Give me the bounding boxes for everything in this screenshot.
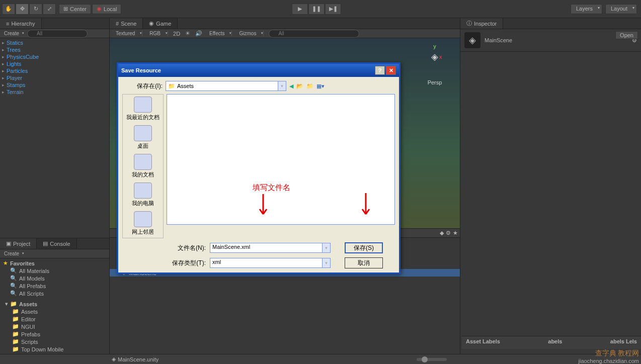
space-toggle[interactable]: ◉ Local bbox=[92, 4, 121, 14]
search-icon: 🔍 bbox=[10, 290, 17, 297]
view-icon[interactable]: ▦▾ bbox=[316, 83, 325, 89]
tab-hierarchy[interactable]: ≡ Hierarchy bbox=[0, 18, 42, 29]
shading-dropdown[interactable]: Textured bbox=[114, 31, 142, 36]
persp-label: Persp bbox=[428, 79, 442, 85]
scene-icon: # bbox=[116, 21, 119, 27]
effects-dropdown[interactable]: Effects bbox=[207, 31, 232, 36]
tab-game[interactable]: ◉ Game bbox=[143, 18, 178, 29]
hierarchy-item[interactable]: Statics bbox=[0, 39, 109, 46]
save-button[interactable]: 保存(S) bbox=[345, 242, 383, 253]
recent-docs[interactable]: 我最近的文档 bbox=[126, 97, 159, 121]
unity-cube-icon: ◈ bbox=[464, 32, 480, 48]
rotate-tool[interactable]: ↻ bbox=[29, 4, 42, 15]
folder-item[interactable]: 📁Prefabs bbox=[0, 330, 109, 338]
hierarchy-create-dropdown[interactable]: Create bbox=[2, 31, 24, 36]
up-icon[interactable]: 📂 bbox=[296, 83, 303, 89]
hierarchy-item[interactable]: Lights bbox=[0, 60, 109, 67]
network[interactable]: 网上邻居 bbox=[132, 211, 154, 236]
favorite-item[interactable]: 🔍All Models bbox=[0, 275, 109, 282]
desktop[interactable]: 桌面 bbox=[134, 125, 152, 150]
my-computer[interactable]: 我的电脑 bbox=[132, 183, 154, 207]
favorite-item[interactable]: 🔍All Scripts bbox=[0, 290, 109, 297]
project-create-dropdown[interactable]: Create bbox=[2, 251, 24, 256]
folder-icon: 📁 bbox=[12, 323, 19, 330]
hierarchy-item[interactable]: Stamps bbox=[0, 81, 109, 88]
folder-item[interactable]: 📁Scripts bbox=[0, 338, 109, 345]
save-dialog: Save Resource ? ✕ 保存在(I): 📁 Assets ▼ ◀ 📂… bbox=[117, 62, 400, 274]
hand-tool[interactable]: ✋ bbox=[2, 4, 15, 15]
folder-icon: 📁 bbox=[168, 83, 175, 89]
folder-item[interactable]: 📁NGUI bbox=[0, 323, 109, 330]
project-tree: ★ Favorites 🔍All Materials 🔍All Models 🔍… bbox=[0, 258, 109, 354]
open-button[interactable]: Open bbox=[615, 31, 638, 39]
orientation-gizmo[interactable]: y ◈x Persp bbox=[420, 43, 450, 88]
zoom-slider[interactable] bbox=[417, 358, 447, 361]
hierarchy-search[interactable] bbox=[27, 30, 88, 38]
tab-console[interactable]: ▤ Console bbox=[37, 238, 76, 249]
hierarchy-list: Statics Trees PhysicsCube Lights Particl… bbox=[0, 38, 109, 238]
pivot-toggle[interactable]: ⊞ Center bbox=[59, 4, 91, 14]
folder-item[interactable]: 📁Top Down Mobile bbox=[0, 345, 109, 353]
favorite-item[interactable]: 🔍All Materials bbox=[0, 267, 109, 275]
arrow-annotation-icon bbox=[256, 194, 271, 222]
save-in-label: 保存在(I): bbox=[122, 82, 163, 90]
favorite-item[interactable]: 🔍All Prefabs bbox=[0, 282, 109, 290]
toolbar-icon[interactable]: ⚙ bbox=[446, 230, 451, 236]
status-asset: MainScene.unity bbox=[118, 356, 158, 362]
scale-tool[interactable]: ⤢ bbox=[43, 4, 56, 15]
folder-icon: 📁 bbox=[12, 338, 19, 345]
asset-labels-bar: Asset Labels abels abels Lels bbox=[462, 336, 641, 349]
folder-icon: 📁 bbox=[10, 301, 17, 307]
center-icon: ⊞ bbox=[63, 6, 68, 12]
pause-button[interactable]: ❚❚ bbox=[308, 4, 325, 15]
hierarchy-item[interactable]: Particles bbox=[0, 67, 109, 74]
toolbar-icon[interactable]: ★ bbox=[453, 230, 458, 236]
2d-toggle[interactable]: 2D bbox=[173, 31, 180, 37]
favorites-header[interactable]: ★ Favorites bbox=[0, 259, 109, 267]
filename-label: 文件名(N): bbox=[168, 244, 206, 252]
hierarchy-item[interactable]: PhysicsCube bbox=[0, 53, 109, 60]
tab-scene[interactable]: # Scene bbox=[110, 18, 143, 29]
filename-input[interactable]: MainScene.xml ▼ bbox=[210, 243, 331, 253]
project-icon: ▣ bbox=[6, 240, 11, 247]
folder-item[interactable]: 📁Editor bbox=[0, 315, 109, 323]
light-icon[interactable]: ☀ bbox=[185, 30, 190, 37]
toolbar-icon[interactable]: ◆ bbox=[440, 230, 444, 236]
back-icon[interactable]: ◀ bbox=[289, 83, 293, 89]
layers-dropdown[interactable]: Layers bbox=[571, 4, 602, 14]
folder-icon: 📁 bbox=[12, 331, 19, 337]
gizmos-dropdown[interactable]: Gizmos bbox=[237, 31, 264, 36]
play-button[interactable]: ▶ bbox=[292, 4, 308, 15]
search-icon: 🔍 bbox=[10, 283, 17, 289]
layout-dropdown[interactable]: Layout bbox=[605, 4, 637, 14]
assets-folder[interactable]: ▾ 📁 Assets bbox=[0, 300, 109, 308]
tab-project[interactable]: ▣ Project bbox=[0, 238, 37, 249]
hierarchy-item[interactable]: Player bbox=[0, 74, 109, 81]
tab-inspector[interactable]: ⓘ Inspector bbox=[460, 18, 503, 29]
close-button[interactable]: ✕ bbox=[386, 66, 396, 75]
dialog-titlebar[interactable]: Save Resource ? ✕ bbox=[118, 64, 399, 77]
filetype-combo[interactable]: xml ▼ bbox=[210, 258, 331, 268]
arrow-annotation-icon bbox=[358, 193, 373, 222]
chevron-down-icon: ▼ bbox=[278, 81, 286, 90]
annotation-text: 填写文件名 bbox=[253, 183, 290, 193]
folder-item[interactable]: 📁Assets bbox=[0, 308, 109, 315]
main-toolbar: ✋ ✥ ↻ ⤢ ⊞ Center ◉ Local ▶ ❚❚ ▶❚ Layers … bbox=[0, 0, 641, 18]
newfolder-icon[interactable]: 📁 bbox=[306, 83, 313, 89]
scene-search[interactable] bbox=[269, 30, 359, 38]
folder-icon: 📁 bbox=[12, 316, 19, 322]
cancel-button[interactable]: 取消 bbox=[345, 257, 383, 268]
hierarchy-item[interactable]: Trees bbox=[0, 46, 109, 53]
rgb-dropdown[interactable]: RGB bbox=[147, 31, 168, 36]
step-button[interactable]: ▶❚ bbox=[325, 4, 341, 15]
my-documents[interactable]: 我的文档 bbox=[132, 154, 154, 178]
location-combo[interactable]: 📁 Assets ▼ bbox=[166, 81, 286, 91]
audio-icon[interactable]: 🔊 bbox=[195, 30, 202, 37]
folder-icon: 📁 bbox=[12, 346, 19, 352]
status-bar: ◈ MainScene.unity bbox=[0, 354, 641, 364]
help-button[interactable]: ? bbox=[375, 66, 385, 75]
hierarchy-item[interactable]: Terrain bbox=[0, 88, 109, 96]
chevron-down-icon: ▾ bbox=[5, 301, 8, 307]
file-list-area[interactable]: 填写文件名 bbox=[167, 94, 395, 225]
move-tool[interactable]: ✥ bbox=[16, 4, 29, 15]
